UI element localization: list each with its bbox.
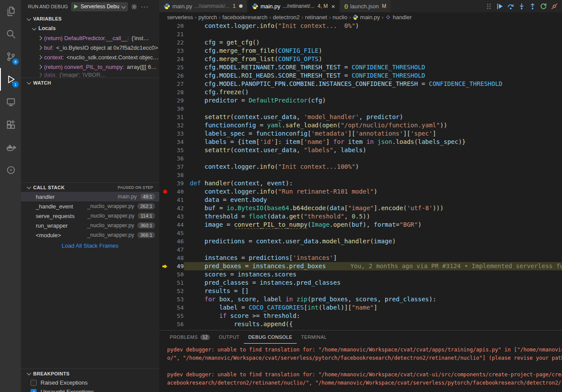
line-number[interactable]: 38: [171, 171, 184, 179]
glyph-margin[interactable]: [159, 229, 171, 237]
code-content[interactable]: labels_spec = functionconfig['metadata']…: [184, 130, 562, 138]
glyph-margin[interactable]: [159, 204, 171, 212]
glyph-margin[interactable]: [159, 163, 171, 171]
code-content[interactable]: context.logger.info("Run retinanet-R101 …: [184, 187, 562, 196]
variable-row[interactable]: data:{'image': 'iVBOR…: [21, 72, 159, 78]
code-content[interactable]: context.logger.info("Init context... 0%"…: [184, 22, 562, 30]
line-number[interactable]: 51: [171, 279, 184, 287]
breadcrumb-item-detectron2[interactable]: detectron2: [273, 14, 299, 20]
line-number[interactable]: 40: [171, 187, 184, 196]
line-number[interactable]: 37: [171, 163, 184, 171]
glyph-margin[interactable]: [159, 237, 171, 245]
breadcrumb-item-retinanet[interactable]: retinanet: [305, 14, 327, 20]
call-stack-frame[interactable]: serve_requests_nuclio_wrapper.py114:1: [21, 211, 159, 221]
line-number[interactable]: 28: [171, 88, 184, 96]
toolbar-drag-grip[interactable]: [483, 1, 494, 12]
line-number[interactable]: 45: [171, 229, 184, 237]
line-number[interactable]: 42: [171, 204, 184, 212]
glyph-margin[interactable]: [159, 138, 171, 146]
code-content[interactable]: [184, 171, 562, 179]
glyph-margin[interactable]: [159, 303, 171, 312]
disconnect-button[interactable]: [549, 1, 560, 12]
variable-row[interactable]: (return) DefaultPredictor.__call__:{'ins…: [21, 33, 159, 43]
code-content[interactable]: [184, 229, 562, 237]
line-number[interactable]: 25: [171, 63, 184, 72]
glyph-margin[interactable]: [159, 146, 171, 154]
line-number[interactable]: 50: [171, 270, 184, 279]
more-actions-icon[interactable]: ···: [140, 4, 148, 9]
variables-scope-locals[interactable]: Locals: [21, 24, 159, 33]
line-number[interactable]: 54: [171, 303, 184, 312]
line-number[interactable]: 47: [171, 245, 184, 254]
glyph-margin[interactable]: [159, 96, 171, 105]
glyph-margin[interactable]: [159, 30, 171, 38]
glyph-margin[interactable]: [159, 196, 171, 204]
code-content[interactable]: context.logger.info("Init context...100%…: [184, 163, 562, 171]
code-content[interactable]: predictions = context.user_data.model_ha…: [184, 237, 562, 245]
code-content[interactable]: cfg.merge_from_list(CONFIG_OPTS): [184, 55, 562, 63]
line-number[interactable]: 55: [171, 312, 184, 320]
code-content[interactable]: cfg.merge_from_file(CONFIG_FILE): [184, 47, 562, 55]
call-stack-frame[interactable]: handlermain.py49:1: [21, 192, 159, 201]
variable-row[interactable]: buf:<_io.BytesIO object at 0x7f5a2dc1ecc…: [21, 43, 159, 52]
code-content[interactable]: [184, 245, 562, 254]
glyph-margin[interactable]: [159, 88, 171, 96]
code-content[interactable]: setattr(context.user_data, "labels", lab…: [184, 146, 562, 154]
breadcrumb-item-nuclio[interactable]: nuclio: [332, 14, 347, 20]
glyph-margin[interactable]: [159, 245, 171, 254]
activity-item-run-debug[interactable]: 1: [0, 68, 21, 91]
line-number[interactable]: 46: [171, 237, 184, 245]
glyph-margin[interactable]: [159, 270, 171, 279]
line-number[interactable]: 49: [171, 262, 184, 270]
activity-item-extensions[interactable]: [0, 113, 21, 136]
glyph-margin[interactable]: [159, 179, 171, 187]
glyph-margin[interactable]: [159, 262, 171, 270]
glyph-margin[interactable]: [159, 312, 171, 320]
step-into-button[interactable]: [516, 1, 527, 12]
code-content[interactable]: [184, 105, 562, 113]
code-content[interactable]: labels = {item['id']: item['name'] for i…: [184, 138, 562, 146]
code-content[interactable]: label = COCO_CATEGORIES[int(label)]["nam…: [184, 303, 562, 312]
glyph-margin[interactable]: [159, 121, 171, 130]
debug-console-output[interactable]: pydev debugger: unable to find translati…: [159, 344, 562, 387]
glyph-margin[interactable]: [159, 130, 171, 138]
line-number[interactable]: 43: [171, 212, 184, 221]
glyph-margin[interactable]: [159, 154, 171, 163]
line-number[interactable]: 56: [171, 320, 184, 328]
code-content[interactable]: results.append({: [184, 320, 562, 328]
code-content[interactable]: cfg = get_cfg(): [184, 38, 562, 47]
line-number[interactable]: 30: [171, 105, 184, 113]
variable-row[interactable]: (return) convert_PIL_to_numpy:array([[[ …: [21, 62, 159, 72]
glyph-margin[interactable]: [159, 187, 171, 196]
glyph-margin[interactable]: [159, 80, 171, 88]
breadcrumb-item-main.py[interactable]: main.py: [353, 14, 380, 20]
code-content[interactable]: results = []: [184, 287, 562, 295]
breakpoint-row[interactable]: ✓Uncaught Exceptions: [21, 387, 159, 392]
line-number[interactable]: 29: [171, 96, 184, 105]
breakpoint-row[interactable]: Raised Exceptions: [21, 378, 159, 387]
glyph-margin[interactable]: [159, 47, 171, 55]
activity-item-explorer[interactable]: [0, 0, 21, 23]
glyph-margin[interactable]: [159, 287, 171, 295]
step-out-button[interactable]: [527, 1, 538, 12]
glyph-margin[interactable]: [159, 72, 171, 80]
breakpoints-section-header[interactable]: BREAKPOINTS: [21, 368, 159, 378]
line-number[interactable]: 24: [171, 55, 184, 63]
line-number[interactable]: 36: [171, 154, 184, 163]
step-over-button[interactable]: [505, 1, 516, 12]
gear-icon[interactable]: [131, 3, 137, 10]
panel-tab-debug-console[interactable]: DEBUG CONSOLE: [244, 331, 297, 344]
checkbox[interactable]: ✓: [31, 389, 37, 392]
code-content[interactable]: instances = predictions['instances']: [184, 254, 562, 262]
glyph-margin[interactable]: [159, 254, 171, 262]
line-number[interactable]: 33: [171, 130, 184, 138]
glyph-margin[interactable]: [159, 105, 171, 113]
code-content[interactable]: cfg.MODEL.PANOPTIC_FPN.COMBINE.INSTANCES…: [184, 80, 562, 88]
glyph-margin[interactable]: [159, 113, 171, 121]
code-content[interactable]: cfg.MODEL.RETINANET.SCORE_THRESH_TEST = …: [184, 63, 562, 72]
glyph-margin[interactable]: [159, 171, 171, 179]
panel-tab-output[interactable]: OUTPUT: [214, 331, 244, 344]
variable-row[interactable]: context:<nuclio_sdk.context.Context obje…: [21, 52, 159, 62]
activity-item-source-control[interactable]: 8: [0, 45, 21, 68]
breadcrumb-item-pytorch[interactable]: pytorch: [199, 14, 217, 20]
